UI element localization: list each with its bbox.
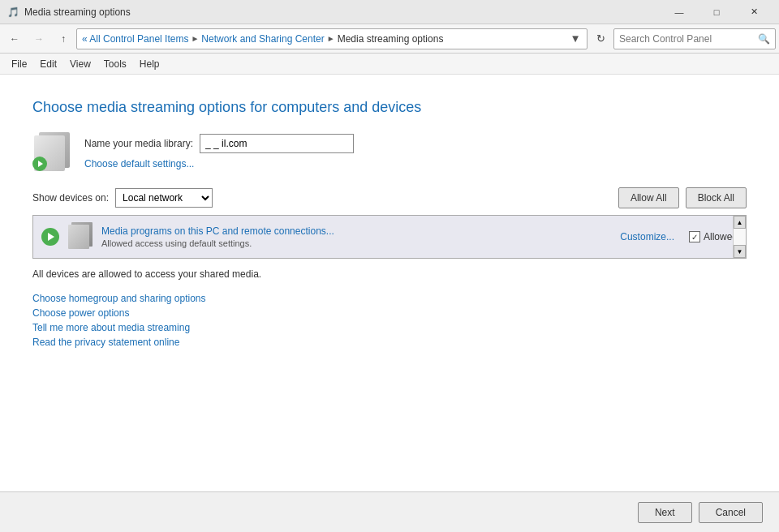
device-row: Media programs on this PC and remote con… [33, 216, 746, 258]
window-title: Media streaming options [24, 6, 661, 18]
device-allowed-section: Allowed [689, 231, 738, 242]
main-content: Choose media streaming options for compu… [0, 75, 779, 491]
device-icon-front [68, 225, 89, 249]
search-box: 🔍 [613, 28, 776, 49]
library-name-input[interactable] [200, 134, 354, 153]
breadcrumb-dropdown-button[interactable]: ▼ [569, 29, 582, 49]
menu-bar: File Edit View Tools Help [0, 54, 779, 75]
window-controls: — □ ✕ [661, 0, 773, 24]
library-icon [32, 132, 71, 171]
more-info-link[interactable]: Tell me more about media streaming [32, 322, 747, 333]
show-devices-row: Show devices on: Local network All netwo… [32, 187, 747, 208]
forward-button[interactable]: → [28, 28, 50, 50]
devices-list: Media programs on this PC and remote con… [32, 215, 747, 259]
device-icon-wrap [67, 222, 93, 251]
device-name[interactable]: Media programs on this PC and remote con… [101, 225, 612, 237]
device-info: Media programs on this PC and remote con… [101, 225, 612, 248]
scroll-track [734, 229, 746, 245]
breadcrumb-sep-2: ► [327, 34, 335, 43]
privacy-link[interactable]: Read the privacy statement online [32, 337, 747, 348]
device-customize-link[interactable]: Customize... [620, 231, 674, 242]
menu-edit[interactable]: Edit [33, 56, 63, 72]
library-name-section: Name your media library: Choose default … [84, 134, 354, 169]
menu-help[interactable]: Help [133, 56, 166, 72]
close-button[interactable]: ✕ [735, 0, 773, 24]
search-input[interactable] [619, 33, 758, 45]
title-bar: 🎵 Media streaming options — □ ✕ [0, 0, 779, 24]
breadcrumb-current: Media streaming options [338, 33, 444, 45]
breadcrumb: « All Control Panel Items ► Network and … [76, 28, 587, 49]
maximize-button[interactable]: □ [698, 0, 735, 24]
block-all-button[interactable]: Block All [686, 187, 747, 208]
scroll-up-button[interactable]: ▲ [734, 216, 746, 229]
device-description: Allowed access using default settings. [101, 238, 612, 248]
back-button[interactable]: ← [3, 28, 26, 50]
footer: Next Cancel [0, 491, 779, 532]
cancel-button[interactable]: Cancel [699, 502, 763, 523]
menu-tools[interactable]: Tools [97, 56, 133, 72]
address-bar: ← → ↑ « All Control Panel Items ► Networ… [0, 24, 779, 54]
library-label: Name your media library: [84, 138, 193, 149]
breadcrumb-sep-1: ► [191, 34, 199, 43]
default-settings-link[interactable]: Choose default settings... [84, 158, 354, 169]
page-title: Choose media streaming options for compu… [32, 99, 747, 116]
breadcrumb-all-items[interactable]: « All Control Panel Items [82, 33, 188, 45]
show-devices-label: Show devices on: [32, 192, 109, 204]
allow-all-button[interactable]: Allow All [618, 187, 679, 208]
minimize-button[interactable]: — [661, 0, 698, 24]
show-devices-dropdown[interactable]: Local network All networks [115, 188, 213, 208]
power-options-link[interactable]: Choose power options [32, 307, 747, 319]
library-name-row: Name your media library: Choose default … [32, 132, 747, 171]
scroll-down-button[interactable]: ▼ [734, 245, 746, 258]
menu-view[interactable]: View [63, 56, 97, 72]
next-button[interactable]: Next [638, 502, 692, 523]
search-icon-button[interactable]: 🔍 [758, 33, 770, 45]
refresh-button[interactable]: ↻ [589, 28, 612, 50]
breadcrumb-network-sharing[interactable]: Network and Sharing Center [201, 33, 324, 45]
device-allowed-checkbox[interactable] [689, 231, 700, 242]
homegroup-link[interactable]: Choose homegroup and sharing options [32, 293, 747, 304]
library-play-icon [32, 157, 47, 171]
links-section: Choose homegroup and sharing options Cho… [32, 293, 747, 348]
device-play-icon [41, 228, 59, 246]
window-icon: 🎵 [6, 6, 19, 19]
scrollbar[interactable]: ▲ ▼ [733, 216, 746, 258]
info-text: All devices are allowed to access your s… [32, 268, 747, 280]
up-button[interactable]: ↑ [52, 28, 75, 50]
menu-file[interactable]: File [5, 56, 33, 72]
